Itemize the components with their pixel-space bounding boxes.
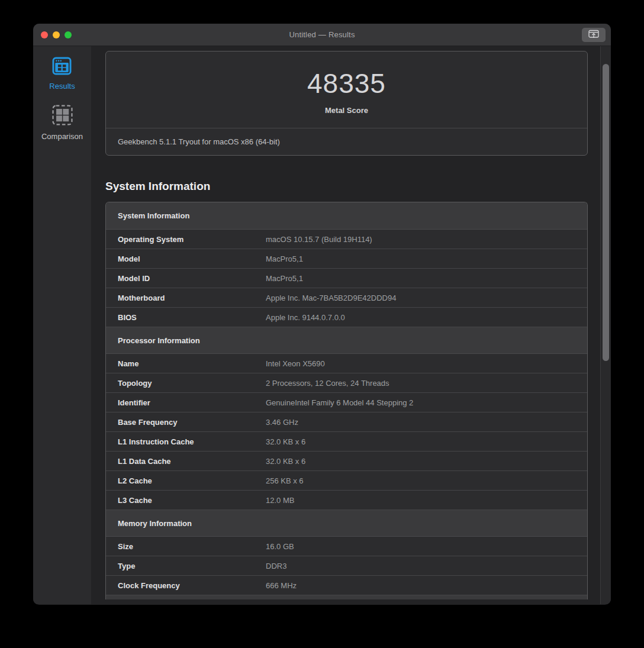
row-value: DDR3 bbox=[266, 562, 587, 570]
row-label: BIOS bbox=[106, 313, 266, 322]
row-label: Model bbox=[106, 254, 266, 263]
sidebar-item-label: Comparison bbox=[41, 132, 83, 141]
row-value: 32.0 KB x 6 bbox=[266, 437, 587, 446]
row-value: Apple Inc. Mac-7BA5B2D9E42DDD94 bbox=[266, 294, 587, 302]
table-row: Model IDMacPro5,1 bbox=[106, 268, 587, 288]
benchmark-version: Geekbench 5.1.1 Tryout for macOS x86 (64… bbox=[106, 128, 587, 155]
row-value: 16.0 GB bbox=[266, 542, 587, 551]
sidebar-item-results[interactable]: Results bbox=[49, 57, 75, 91]
table-row: NameIntel Xeon X5690 bbox=[106, 353, 587, 373]
score-area: 48335 Metal Score bbox=[106, 51, 587, 128]
score-card: 48335 Metal Score Geekbench 5.1.1 Tryout… bbox=[105, 51, 588, 156]
results-window-grid-icon bbox=[52, 57, 72, 78]
table-row: L3 Cache12.0 MB bbox=[106, 490, 587, 510]
table-row: Operating SystemmacOS 10.15.7 (Build 19H… bbox=[106, 229, 587, 249]
table-row: L1 Data Cache32.0 KB x 6 bbox=[106, 451, 587, 470]
row-label: Name bbox=[106, 359, 266, 368]
window-title: Untitled — Results bbox=[289, 30, 355, 39]
row-value: MacPro5,1 bbox=[266, 254, 587, 263]
row-label: Operating System bbox=[106, 235, 266, 244]
row-value: GenuineIntel Family 6 Model 44 Stepping … bbox=[266, 398, 587, 407]
table-section-header-partial bbox=[106, 595, 587, 599]
table-row: BIOSApple Inc. 9144.0.7.0.0 bbox=[106, 307, 587, 327]
row-label: Type bbox=[106, 562, 266, 570]
page-title: System Information bbox=[105, 180, 588, 193]
app-window: Untitled — Results bbox=[33, 24, 611, 605]
system-information-table: System InformationOperating SystemmacOS … bbox=[105, 202, 588, 599]
results-content: 48335 Metal Score Geekbench 5.1.1 Tryout… bbox=[91, 46, 600, 604]
share-button[interactable] bbox=[582, 28, 606, 42]
scrollbar-thumb[interactable] bbox=[603, 64, 609, 361]
row-label: L1 Data Cache bbox=[106, 457, 266, 466]
metal-score-value: 48335 bbox=[118, 67, 575, 99]
sidebar-item-label: Results bbox=[49, 82, 75, 91]
row-label: Motherboard bbox=[106, 294, 266, 302]
row-label: Model ID bbox=[106, 274, 266, 283]
row-value: 2 Processors, 12 Cores, 24 Threads bbox=[266, 379, 587, 388]
table-row: L1 Instruction Cache32.0 KB x 6 bbox=[106, 431, 587, 451]
sidebar-item-comparison[interactable]: Comparison bbox=[41, 105, 83, 141]
table-row: IdentifierGenuineIntel Family 6 Model 44… bbox=[106, 392, 587, 412]
row-label: Topology bbox=[106, 379, 266, 388]
row-value: 32.0 KB x 6 bbox=[266, 457, 587, 466]
titlebar: Untitled — Results bbox=[33, 24, 611, 46]
row-value: MacPro5,1 bbox=[266, 274, 587, 283]
row-value: Intel Xeon X5690 bbox=[266, 359, 587, 368]
comparison-grid-icon bbox=[52, 105, 73, 128]
table-section-header: Processor Information bbox=[106, 327, 587, 353]
table-row: Clock Frequency666 MHz bbox=[106, 575, 587, 595]
table-row: L2 Cache256 KB x 6 bbox=[106, 470, 587, 490]
table-row: TypeDDR3 bbox=[106, 556, 587, 575]
table-row: ModelMacPro5,1 bbox=[106, 249, 587, 268]
minimize-button[interactable] bbox=[53, 31, 60, 38]
table-row: MotherboardApple Inc. Mac-7BA5B2D9E42DDD… bbox=[106, 288, 587, 307]
table-section-header: Memory Information bbox=[106, 510, 587, 536]
row-label: L3 Cache bbox=[106, 496, 266, 505]
row-label: L2 Cache bbox=[106, 476, 266, 485]
row-label: Clock Frequency bbox=[106, 581, 266, 590]
metal-score-label: Metal Score bbox=[118, 106, 575, 115]
table-section-header: System Information bbox=[106, 202, 587, 229]
table-row: Base Frequency3.46 GHz bbox=[106, 412, 587, 431]
table-row: Size16.0 GB bbox=[106, 536, 587, 556]
window-upload-icon bbox=[588, 30, 599, 40]
traffic-lights bbox=[41, 31, 72, 38]
row-value: 12.0 MB bbox=[266, 496, 587, 505]
row-value: Apple Inc. 9144.0.7.0.0 bbox=[266, 313, 587, 322]
row-value: 666 MHz bbox=[266, 581, 587, 590]
row-label: Identifier bbox=[106, 398, 266, 407]
close-button[interactable] bbox=[41, 31, 48, 38]
row-label: Base Frequency bbox=[106, 418, 266, 427]
row-label: Size bbox=[106, 542, 266, 551]
zoom-button[interactable] bbox=[65, 31, 72, 38]
row-value: 256 KB x 6 bbox=[266, 476, 587, 485]
scrollbar-track[interactable] bbox=[600, 46, 611, 604]
row-value: macOS 10.15.7 (Build 19H114) bbox=[266, 235, 587, 244]
row-label: L1 Instruction Cache bbox=[106, 437, 266, 446]
row-value: 3.46 GHz bbox=[266, 418, 587, 427]
sidebar: Results Comparison bbox=[33, 46, 91, 604]
table-row: Topology2 Processors, 12 Cores, 24 Threa… bbox=[106, 373, 587, 392]
